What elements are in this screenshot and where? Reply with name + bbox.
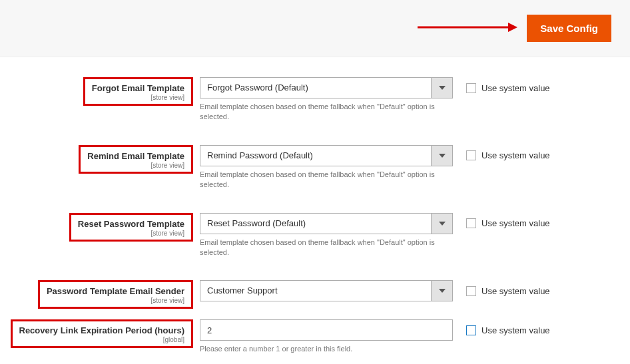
- field-remind-email-template: Remind Email Template [store view] Remin…: [0, 145, 630, 190]
- select-value: Remind Password (Default): [200, 145, 432, 166]
- checkbox-use-system-remind[interactable]: [466, 150, 476, 160]
- select-value: Customer Support: [200, 280, 432, 301]
- label-text: Reset Password Template: [78, 219, 184, 229]
- label-forgot-email-template: Forgot Email Template [store view]: [83, 77, 193, 106]
- label-scope: [store view]: [87, 162, 184, 169]
- help-text: Email template chosen based on theme fal…: [200, 170, 453, 190]
- use-system-label: Use system value: [481, 286, 550, 296]
- use-system-label: Use system value: [481, 83, 550, 93]
- use-system-label: Use system value: [481, 150, 550, 160]
- svg-marker-4: [439, 222, 446, 226]
- svg-marker-3: [439, 154, 446, 158]
- select-value: Reset Password (Default): [200, 213, 432, 234]
- label-text: Remind Email Template: [87, 151, 184, 161]
- input-recovery-link-expiration[interactable]: [200, 319, 453, 341]
- help-text: Please enter a number 1 or greater in th…: [200, 344, 453, 354]
- chevron-down-icon[interactable]: [432, 77, 453, 98]
- field-reset-password-template: Reset Password Template [store view] Res…: [0, 213, 630, 258]
- label-scope: [store view]: [78, 230, 184, 237]
- svg-marker-1: [508, 23, 517, 32]
- toolbar: Save Config: [0, 0, 630, 57]
- save-config-button[interactable]: Save Config: [527, 15, 611, 42]
- label-text: Forgot Email Template: [92, 83, 184, 93]
- chevron-down-icon[interactable]: [432, 145, 453, 166]
- select-password-email-sender[interactable]: Customer Support: [200, 280, 453, 301]
- arrow-annotation: [418, 21, 517, 35]
- label-scope: [global]: [19, 336, 185, 343]
- label-reset-password-template: Reset Password Template [store view]: [69, 213, 193, 242]
- config-form: Forgot Email Template [store view] Forgo…: [0, 57, 630, 364]
- select-forgot-email-template[interactable]: Forgot Password (Default): [200, 77, 453, 98]
- select-remind-email-template[interactable]: Remind Password (Default): [200, 145, 453, 166]
- label-scope: [store view]: [92, 94, 184, 101]
- checkbox-use-system-reset[interactable]: [466, 218, 476, 228]
- svg-marker-5: [439, 289, 446, 293]
- label-text: Password Template Email Sender: [47, 286, 184, 296]
- field-forgot-email-template: Forgot Email Template [store view] Forgo…: [0, 77, 630, 122]
- field-password-email-sender: Password Template Email Sender [store vi…: [0, 280, 630, 309]
- field-recovery-link-expiration: Recovery Link Expiration Period (hours) …: [0, 319, 630, 354]
- select-reset-password-template[interactable]: Reset Password (Default): [200, 213, 453, 234]
- label-recovery-link-expiration: Recovery Link Expiration Period (hours) …: [11, 319, 194, 348]
- help-text: Email template chosen based on theme fal…: [200, 238, 453, 258]
- use-system-label: Use system value: [481, 218, 550, 228]
- chevron-down-icon[interactable]: [432, 280, 453, 301]
- help-text: Email template chosen based on theme fal…: [200, 102, 453, 122]
- checkbox-use-system-sender[interactable]: [466, 286, 476, 296]
- label-text: Recovery Link Expiration Period (hours): [19, 325, 185, 335]
- svg-marker-2: [439, 86, 446, 90]
- checkbox-use-system-recovery[interactable]: [466, 325, 476, 335]
- use-system-label: Use system value: [481, 325, 550, 335]
- checkbox-use-system-forgot[interactable]: [466, 83, 476, 93]
- chevron-down-icon[interactable]: [432, 213, 453, 234]
- label-password-email-sender: Password Template Email Sender [store vi…: [38, 280, 193, 309]
- label-scope: [store view]: [47, 297, 184, 304]
- select-value: Forgot Password (Default): [200, 77, 432, 98]
- label-remind-email-template: Remind Email Template [store view]: [79, 145, 193, 174]
